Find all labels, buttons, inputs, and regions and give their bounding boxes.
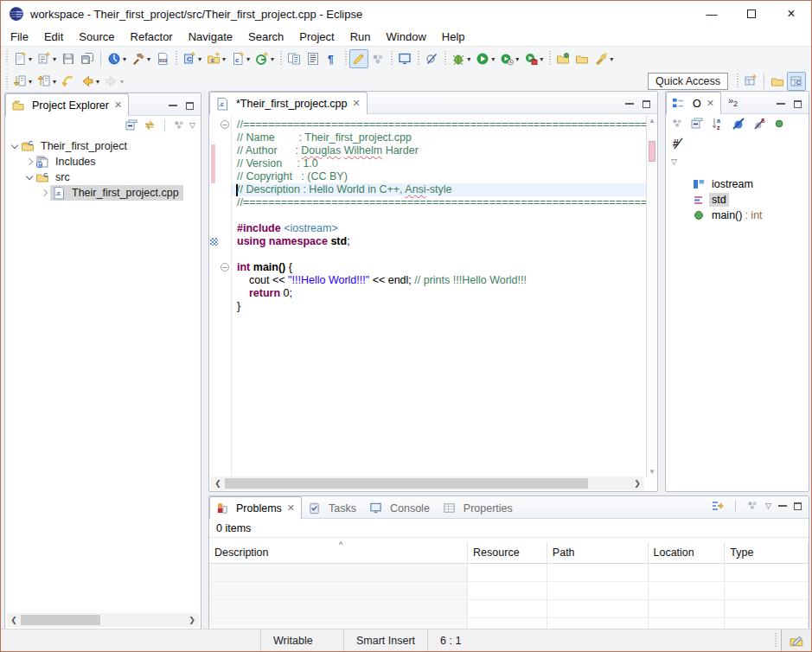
open-perspective-button[interactable] (741, 72, 760, 91)
close-view-icon[interactable]: ✕ (114, 99, 122, 111)
cpp-perspective-button[interactable]: C (787, 72, 806, 91)
code-area[interactable]: //======================================… (232, 115, 646, 477)
prev-annotation-button[interactable]: ▾ (35, 72, 59, 91)
tab-project-explorer[interactable]: Project Explorer ✕ (5, 93, 129, 116)
code-line-3[interactable]: // Author : Douglas Wilhelm Harder (237, 144, 646, 157)
fold-collapse-icon[interactable]: – (221, 120, 229, 129)
expand-chevron-icon[interactable] (41, 189, 48, 196)
overview-ruler[interactable]: ▲ ▼ (646, 115, 657, 477)
more-views-chevron[interactable]: »2 (728, 95, 738, 108)
maximize-button[interactable] (732, 1, 771, 27)
dropdown-arrow-icon[interactable]: ▾ (53, 78, 56, 86)
import-button[interactable] (553, 49, 572, 68)
quick-access[interactable]: Quick Access (648, 73, 728, 90)
tab-editor-cpp[interactable]: .c *Their_first_project.cpp ✕ (209, 92, 368, 114)
new-source-folder-button[interactable]: c▾ (204, 49, 228, 68)
code-line-6[interactable]: // Description : Hello World in C++, Ans… (237, 183, 646, 196)
tab-outline[interactable]: O ✕ (666, 92, 721, 114)
profile-button[interactable]: ▾ (497, 49, 521, 68)
forward-button[interactable]: ▾ (102, 72, 126, 91)
tree-item-includes[interactable]: hIncludes (5, 154, 201, 169)
last-edit-location-button[interactable] (59, 72, 78, 91)
view-options-button[interactable] (746, 500, 758, 512)
tab-problems[interactable]: Problems✕ (209, 496, 302, 519)
scroll-left-icon[interactable]: ❮ (211, 479, 225, 488)
save-button-button[interactable] (59, 49, 78, 68)
editor-gutter[interactable]: –– (209, 115, 232, 477)
tab-tasks[interactable]: Tasks (302, 496, 363, 519)
hide-static-members-button[interactable]: S (752, 117, 766, 131)
status-6-1[interactable]: 6 : 1 (427, 630, 510, 651)
column-header-description[interactable]: Description^ (209, 542, 468, 563)
code-line-4[interactable]: // Version : 1.0 (237, 157, 646, 170)
scroll-up-icon[interactable]: ▲ (647, 117, 657, 125)
dropdown-arrow-icon[interactable]: ▾ (515, 55, 519, 63)
column-header-resource[interactable]: Resource (468, 542, 547, 563)
collapse-chevron-icon[interactable] (11, 142, 18, 149)
dropdown-arrow-icon[interactable]: ▾ (610, 55, 613, 63)
code-line-13[interactable]: cout << "!!!Hello World!!!" << endl; // … (237, 274, 646, 287)
menu-file[interactable]: File (3, 29, 36, 45)
view-menu-button[interactable]: ▽ (189, 121, 195, 130)
scroll-down-icon[interactable]: ▼ (647, 468, 657, 476)
table-row[interactable] (209, 582, 809, 600)
code-line-9[interactable]: #include <iostream> (237, 222, 646, 235)
code-line-10[interactable]: using namespace std; (237, 235, 646, 248)
column-header-location[interactable]: Location (649, 542, 726, 563)
dropdown-arrow-icon[interactable]: ▾ (147, 55, 150, 63)
column-header-path[interactable]: Path (547, 542, 649, 563)
menu-source[interactable]: Source (71, 29, 122, 45)
dropdown-arrow-icon[interactable]: ▾ (246, 55, 250, 63)
code-line-12[interactable]: int main() { (237, 261, 646, 274)
close-view-icon[interactable]: ✕ (707, 98, 714, 109)
dropdown-arrow-icon[interactable]: ▾ (467, 55, 470, 63)
run-button[interactable]: ▾ (473, 49, 497, 68)
minimize-view-icon[interactable] (169, 105, 177, 107)
code-line-14[interactable]: return 0; (237, 287, 646, 300)
new-c-project-button[interactable]: ▾ (253, 49, 277, 68)
occurrence-options-button[interactable] (368, 49, 387, 68)
mark-occurrences-button[interactable] (349, 49, 368, 68)
view-options-button[interactable] (173, 119, 185, 131)
dropdown-arrow-icon[interactable]: ▾ (96, 78, 99, 86)
close-view-icon[interactable]: ✕ (287, 502, 295, 514)
close-editor-icon[interactable]: ✕ (353, 98, 361, 109)
outline-item-std[interactable]: std (666, 192, 809, 208)
scrollbar-thumb[interactable] (21, 615, 100, 625)
new-class-button[interactable]: C▾ (180, 49, 204, 68)
maximize-editor-icon[interactable] (643, 100, 650, 108)
minimize-editor-icon[interactable] (625, 103, 634, 105)
dropdown-arrow-icon[interactable]: ▾ (540, 55, 543, 63)
export-button[interactable] (572, 49, 591, 68)
debug-button[interactable]: ▾ (449, 49, 473, 68)
code-line-15[interactable]: } (237, 300, 646, 313)
collapse-all-button[interactable] (125, 118, 138, 132)
scroll-right-icon[interactable]: ❯ (630, 479, 644, 488)
dropdown-arrow-icon[interactable]: ▾ (29, 55, 32, 63)
project-explorer-hscrollbar[interactable]: ❮ ❯ (7, 613, 199, 627)
code-line-7[interactable]: //======================================… (237, 196, 646, 209)
dropdown-arrow-icon[interactable]: ▾ (29, 78, 32, 86)
maximize-view-icon[interactable] (186, 102, 194, 110)
open-console-button[interactable] (395, 49, 414, 68)
minimize-view-icon[interactable] (778, 505, 787, 508)
search-button[interactable]: ▾ (591, 49, 616, 68)
filter-button[interactable] (711, 499, 725, 513)
link-with-editor-button[interactable] (143, 118, 157, 132)
build-all-button[interactable]: ▾ (129, 49, 153, 68)
menu-window[interactable]: Window (379, 29, 434, 45)
scroll-right-icon[interactable]: ❯ (185, 616, 199, 624)
table-row[interactable] (209, 600, 809, 618)
tree-item-src[interactable]: Csrc (5, 169, 201, 185)
dropdown-arrow-icon[interactable]: ▾ (222, 55, 226, 63)
dropdown-arrow-icon[interactable]: ▾ (53, 55, 56, 63)
tab-properties[interactable]: Properties (437, 496, 520, 519)
hide-fields-button[interactable] (732, 117, 745, 131)
code-line-5[interactable]: // Copyright : (CC BY) (237, 170, 646, 183)
new-source-file-button[interactable]: c▾ (228, 49, 253, 68)
outline-item-iostream[interactable]: iostream (666, 176, 809, 192)
save-all-button-button[interactable] (78, 49, 97, 68)
change-marker[interactable] (649, 141, 655, 162)
scroll-left-icon[interactable]: ❮ (7, 616, 21, 624)
hide-non-public-button[interactable] (773, 118, 785, 130)
